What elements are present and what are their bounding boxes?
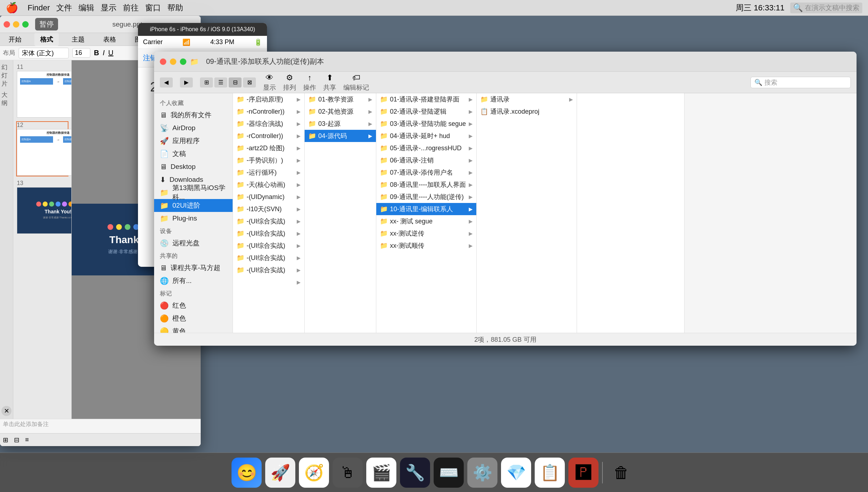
menu-go[interactable]: 前往 xyxy=(123,3,139,13)
tab-start[interactable]: 开始 xyxy=(3,33,27,46)
font-family-selector[interactable]: 宋体 (正文) xyxy=(19,48,69,58)
col2-item-3[interactable]: 📁 04-源代码 ▶ xyxy=(305,130,376,142)
slide-thumb-13[interactable]: 13 Thank You! xyxy=(16,179,68,235)
dock-safari[interactable]: 🧭 xyxy=(299,458,329,488)
col1-item-3[interactable]: 📁 -rController)) ▶ xyxy=(233,130,304,142)
col3-item-10[interactable]: 📁 xx- 测试 segue ▶ xyxy=(376,215,476,227)
col1-item-9[interactable]: 📁 -I10天(SVN) ▶ xyxy=(233,203,304,215)
col3-item-5[interactable]: 📁 06-通讯录-注销 ▶ xyxy=(376,154,476,166)
sidebar-item-remote-disk[interactable]: 💿 远程光盘 xyxy=(154,237,233,250)
sidebar-item-all[interactable]: 🌐 所有... xyxy=(154,274,233,287)
finder-minimize-button[interactable] xyxy=(170,58,176,65)
view-slides-label[interactable]: 幻灯片 xyxy=(1,63,11,88)
sidebar-item-airdrop[interactable]: 📡 AirDrop xyxy=(154,122,233,134)
back-button[interactable]: ◀ xyxy=(160,77,173,87)
forward-button[interactable]: ▶ xyxy=(180,77,193,87)
italic-button[interactable]: I xyxy=(102,49,105,57)
col1-item-8[interactable]: 📁 -(UIDynamic) ▶ xyxy=(233,191,304,203)
bold-button[interactable]: B xyxy=(94,49,99,57)
col1-item-6[interactable]: 📁 -运行循环) ▶ xyxy=(233,166,304,179)
font-size-input[interactable]: 16 xyxy=(72,48,90,58)
col3-item-0[interactable]: 📁 01-通讯录-搭建登陆界面 ▶ xyxy=(376,93,476,105)
slide-thumb-11[interactable]: 11 控制器的数据传递 控制器A → 控制器B xyxy=(16,63,68,118)
icon-view-btn[interactable]: ⊞ xyxy=(200,77,213,87)
col3-item-3[interactable]: 📁 04-通讯录-延时+ hud ▶ xyxy=(376,130,476,142)
view-outline-label[interactable]: 大纲 xyxy=(1,91,11,107)
col1-item-4[interactable]: 📁 -artz2D 绘图) ▶ xyxy=(233,142,304,154)
grid-view-icon[interactable]: ⊞ xyxy=(3,436,8,444)
list-view-icon[interactable]: ⊟ xyxy=(14,436,19,444)
display-label[interactable]: 显示 xyxy=(263,83,276,92)
sort-label[interactable]: 排列 xyxy=(283,83,296,92)
dock-xcode[interactable]: 🔧 xyxy=(400,458,430,488)
sidebar-item-documents[interactable]: 📄 文稿 xyxy=(154,147,233,160)
col3-item-7[interactable]: 📁 08-通讯里----加联系人界面 ▶ xyxy=(376,179,476,191)
col1-item-7[interactable]: 📁 -天(核心动画) ▶ xyxy=(233,179,304,191)
dock-sketch[interactable]: 💎 xyxy=(501,458,531,488)
tab-table[interactable]: 表格 xyxy=(97,33,122,46)
sidebar-item-yellow[interactable]: 🟡 黄色 xyxy=(154,325,233,333)
sidebar-item-ios[interactable]: 📁 第13期黑马iOS学科... xyxy=(154,186,233,199)
menubar-search-placeholder[interactable]: 在演示文稿中搜索 xyxy=(805,3,859,13)
col2-item-2[interactable]: 📁 03-起源 ▶ xyxy=(305,118,376,130)
fullscreen-button[interactable] xyxy=(22,21,29,28)
underline-button[interactable]: U xyxy=(108,49,113,57)
share-label[interactable]: 共享 xyxy=(323,83,336,92)
sidebar-item-all-files[interactable]: 🖥 我的所有文件 xyxy=(154,109,233,122)
minimize-button[interactable] xyxy=(13,21,19,28)
sidebar-item-applications[interactable]: 🚀 应用程序 xyxy=(154,134,233,147)
slide-notes[interactable]: 单击此处添加备注 xyxy=(0,419,201,433)
close-panel-button[interactable]: ✕ xyxy=(1,406,11,416)
slide-thumb-12[interactable]: 12 控制器的数据传递 控制器A → 控制器B xyxy=(16,121,68,176)
dock-trash[interactable]: 🗑 xyxy=(606,458,636,488)
close-button[interactable] xyxy=(4,21,10,28)
menu-view[interactable]: 显示 xyxy=(101,3,116,13)
col1-item-0[interactable]: 📁 -序启动原理) ▶ xyxy=(233,93,304,105)
finder-fullscreen-button[interactable] xyxy=(180,58,186,65)
menu-file[interactable]: 文件 xyxy=(56,3,72,13)
menu-edit[interactable]: 编辑 xyxy=(78,3,94,13)
apple-menu[interactable]: 🍎 xyxy=(6,2,18,14)
col1-item-14[interactable]: 📁 -(UI综合实战) ▶ xyxy=(233,264,304,276)
pause-button[interactable]: 暂停 xyxy=(35,18,58,30)
dock-finder[interactable]: 😊 xyxy=(232,458,262,488)
col4-item-1[interactable]: 📋 通讯录.xcodeproj xyxy=(477,105,577,118)
tab-theme[interactable]: 主题 xyxy=(66,33,90,46)
col1-item-11[interactable]: 📁 -(UI综合实战) ▶ xyxy=(233,227,304,240)
col1-item-2[interactable]: 📁 -器综合演战) ▶ xyxy=(233,118,304,130)
menu-window[interactable]: 窗口 xyxy=(145,3,161,13)
outline-view-icon[interactable]: ≡ xyxy=(25,436,29,444)
col1-item-12[interactable]: 📁 -(UI综合实战) ▶ xyxy=(233,240,304,252)
dock-pages[interactable]: 📋 xyxy=(535,458,565,488)
sidebar-item-orange[interactable]: 🟠 橙色 xyxy=(154,312,233,325)
dock-keynote[interactable]: 🎬 xyxy=(366,458,396,488)
col1-item-10[interactable]: 📁 -(UI综合实战) ▶ xyxy=(233,215,304,227)
col1-item-13[interactable]: 📁 -(UI综合实战) ▶ xyxy=(233,252,304,264)
menu-help[interactable]: 帮助 xyxy=(167,3,183,13)
col2-item-1[interactable]: 📁 02-其他资源 ▶ xyxy=(305,105,376,118)
col1-item-1[interactable]: 📁 -nController)) ▶ xyxy=(233,105,304,118)
col4-item-0[interactable]: 📁 通讯录 ▶ xyxy=(477,93,577,105)
list-view-btn[interactable]: ☰ xyxy=(214,77,227,87)
col3-item-11[interactable]: 📁 xx-测试逆传 ▶ xyxy=(376,227,476,240)
col3-item-8[interactable]: 📁 09-通讯里----人功能(逆传) ▶ xyxy=(376,191,476,203)
menu-finder[interactable]: Finder xyxy=(28,3,50,13)
dock-mouse[interactable]: 🖱 xyxy=(333,458,363,488)
col1-item-more[interactable]: ▶ xyxy=(233,276,304,288)
dock-settings[interactable]: ⚙️ xyxy=(467,458,497,488)
col2-item-0[interactable]: 📁 01-教学资源 ▶ xyxy=(305,93,376,105)
sidebar-item-course-share[interactable]: 🖥 课程共享-马方超 xyxy=(154,261,233,274)
col3-item-6[interactable]: 📁 07-通讯录-添传用户名 ▶ xyxy=(376,166,476,179)
col3-item-1[interactable]: 📁 02-通讯录-登陆逻辑 ▶ xyxy=(376,105,476,118)
sidebar-item-desktop[interactable]: 🖥 Desktop xyxy=(154,160,233,173)
finder-search-box[interactable]: 🔍 搜索 xyxy=(750,77,851,88)
col3-item-12[interactable]: 📁 xx-测试顺传 ▶ xyxy=(376,240,476,252)
finder-close-button[interactable] xyxy=(160,58,166,65)
dock-launchpad[interactable]: 🚀 xyxy=(265,458,295,488)
col3-item-2[interactable]: 📁 03-通讯录-登陆功能 segue ▶ xyxy=(376,118,476,130)
column-view-btn[interactable]: ⊟ xyxy=(229,77,242,87)
action-label[interactable]: 操作 xyxy=(303,83,316,92)
sidebar-item-plugins[interactable]: 📁 Plug-ins xyxy=(154,212,233,225)
col1-item-5[interactable]: 📁 -手势识别）) ▶ xyxy=(233,154,304,166)
sidebar-item-red[interactable]: 🔴 红色 xyxy=(154,299,233,312)
